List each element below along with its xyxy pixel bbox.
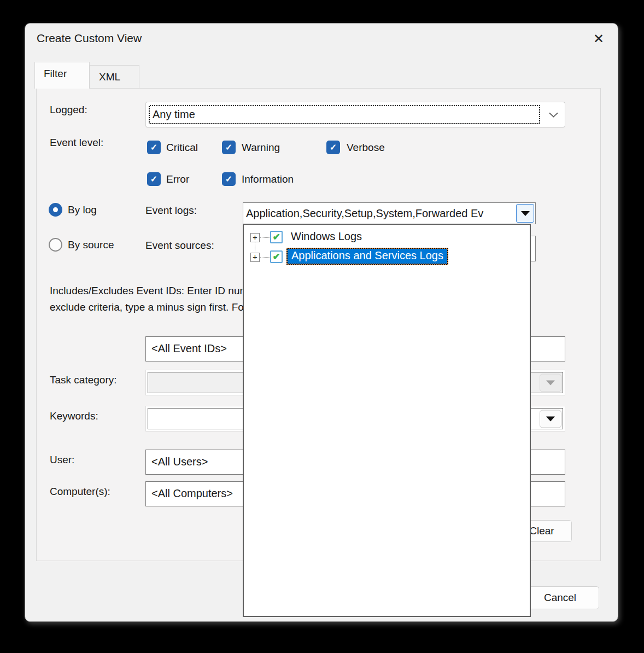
logged-combobox[interactable]: Any time — [145, 102, 565, 127]
computers-label: Computer(s): — [50, 486, 110, 498]
information-label: Information — [242, 173, 294, 185]
green-check-icon: ✔ — [272, 251, 280, 263]
applications-services-logs-label[interactable]: Applications and Services Logs — [288, 249, 447, 264]
logged-label: Logged: — [50, 104, 87, 116]
tree-item-windows-logs[interactable]: + ✔ Windows Logs — [244, 228, 530, 248]
verbose-label: Verbose — [347, 142, 385, 154]
tree-connector — [260, 237, 270, 238]
event-level-label: Event level: — [50, 137, 103, 149]
expand-plus-icon[interactable]: + — [250, 233, 260, 242]
close-button[interactable]: ✕ — [588, 29, 609, 49]
checkmark-icon: ✓ — [225, 142, 232, 153]
error-checkbox[interactable]: ✓ — [147, 172, 161, 186]
keywords-dropdown-button[interactable] — [540, 410, 561, 428]
green-check-icon: ✔ — [272, 231, 280, 243]
cancel-button-label: Cancel — [544, 592, 576, 604]
event-logs-label: Event logs: — [145, 205, 197, 217]
dialog-title: Create Custom View — [37, 32, 142, 45]
create-custom-view-dialog: Create Custom View ✕ Filter XML Logged: … — [25, 23, 618, 622]
tab-xml[interactable]: XML — [90, 65, 139, 89]
by-source-radio[interactable] — [49, 238, 62, 252]
tab-filter-label: Filter — [44, 68, 67, 80]
tree-item-applications-services-logs[interactable]: + ✔ Applications and Services Logs — [244, 248, 530, 267]
dropdown-arrow-icon — [546, 380, 555, 385]
by-source-label: By source — [68, 239, 114, 251]
by-log-label: By log — [68, 204, 97, 216]
tree-connector — [260, 257, 270, 258]
logged-value: Any time — [150, 106, 539, 123]
windows-logs-label[interactable]: Windows Logs — [291, 230, 362, 243]
expand-plus-icon[interactable]: + — [250, 253, 260, 262]
close-icon: ✕ — [593, 31, 604, 46]
applications-services-logs-checkbox[interactable]: ✔ — [270, 250, 283, 263]
chevron-down-icon — [549, 112, 558, 118]
event-logs-dropdown-panel: + ✔ Windows Logs + ✔ Applications and Se… — [243, 224, 531, 617]
warning-label: Warning — [242, 142, 280, 154]
checkmark-icon: ✓ — [330, 142, 337, 153]
tab-filter[interactable]: Filter — [34, 62, 90, 89]
checkmark-icon: ✓ — [150, 142, 157, 153]
warning-checkbox[interactable]: ✓ — [222, 141, 236, 154]
by-log-radio[interactable] — [49, 203, 62, 217]
event-logs-value: Application,Security,Setup,System,Forwar… — [246, 203, 516, 224]
critical-label: Critical — [166, 142, 198, 154]
dropdown-arrow-icon — [546, 416, 555, 421]
tab-xml-label: XML — [99, 71, 120, 83]
event-sources-label: Event sources: — [145, 240, 214, 252]
task-category-label: Task category: — [50, 374, 117, 386]
keywords-label: Keywords: — [50, 410, 98, 422]
task-category-dropdown-button — [540, 374, 561, 392]
selection-focus-rect: Applications and Services Logs — [286, 248, 448, 265]
windows-logs-checkbox[interactable]: ✔ — [270, 231, 283, 243]
event-logs-dropdown-button[interactable] — [516, 204, 534, 223]
tree-connector — [255, 242, 255, 253]
user-label: User: — [50, 454, 74, 466]
verbose-checkbox[interactable]: ✓ — [326, 141, 340, 154]
clear-button-label: Clear — [529, 525, 554, 537]
cancel-button[interactable]: Cancel — [521, 586, 599, 609]
logged-focus-rect: Any time — [149, 105, 540, 124]
error-label: Error — [166, 173, 189, 185]
checkmark-icon: ✓ — [150, 174, 157, 184]
critical-checkbox[interactable]: ✓ — [147, 141, 161, 154]
event-logs-combobox[interactable]: Application,Security,Setup,System,Forwar… — [243, 202, 536, 224]
information-checkbox[interactable]: ✓ — [222, 172, 236, 186]
checkmark-icon: ✓ — [225, 174, 232, 184]
dropdown-arrow-icon — [521, 211, 530, 216]
